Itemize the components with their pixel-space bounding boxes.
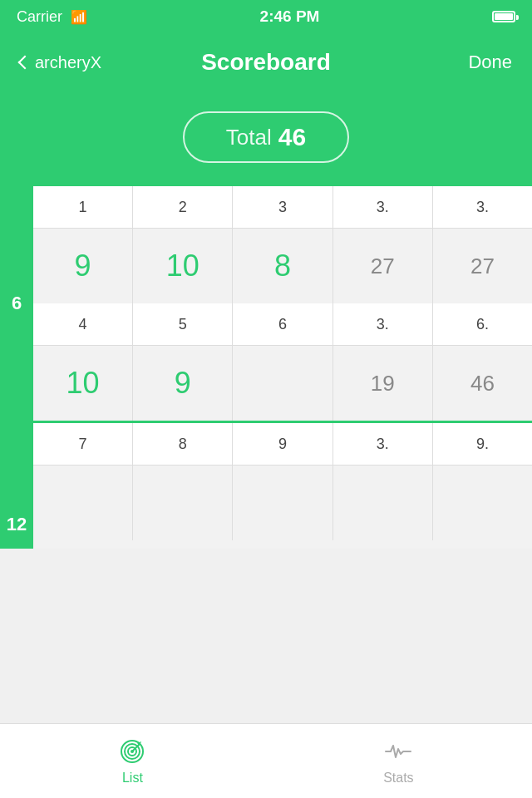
status-carrier: Carrier 📶 bbox=[17, 8, 87, 26]
col-header-3-end: 3. bbox=[333, 186, 433, 228]
tab-list-label: List bbox=[122, 771, 143, 786]
header-row-2: 4 5 6 3. 6. bbox=[33, 303, 532, 346]
col-header-5: 5 bbox=[133, 303, 233, 345]
score-row-1: 9 10 8 27 27 bbox=[33, 229, 532, 303]
score-cell-6[interactable] bbox=[233, 346, 332, 421]
col-header-9-total: 9. bbox=[433, 423, 532, 465]
status-bar: Carrier 📶 2:46 PM bbox=[0, 0, 532, 33]
score-cell-7[interactable] bbox=[33, 466, 133, 540]
tab-stats[interactable]: Stats bbox=[383, 737, 413, 786]
sum-cell-3-total: 27 bbox=[433, 229, 532, 303]
col-header-3-total: 3. bbox=[433, 186, 532, 228]
score-cell-8[interactable] bbox=[133, 466, 233, 540]
col-header-6: 6 bbox=[233, 303, 332, 345]
carrier-text: Carrier bbox=[17, 8, 62, 26]
sum-cell-9-total bbox=[433, 466, 532, 540]
score-row-3-empty bbox=[33, 466, 532, 549]
col-header-9-end: 3. bbox=[333, 423, 433, 465]
back-label: archeryX bbox=[35, 53, 101, 72]
col-header-7: 7 bbox=[33, 423, 133, 465]
end-label-6: 6 bbox=[0, 186, 33, 421]
stats-tab-icon bbox=[384, 737, 412, 766]
header-row-3: 7 8 9 3. 9. bbox=[33, 423, 532, 466]
col-header-6-end: 3. bbox=[333, 303, 433, 345]
end-section-12: 12 7 8 9 3. 9. bbox=[0, 423, 532, 549]
col-header-4: 4 bbox=[33, 303, 133, 345]
total-badge: Total 46 bbox=[183, 111, 349, 163]
end-section-6: 6 1 2 3 3. 3. 9 10 8 27 27 4 5 6 bbox=[0, 186, 532, 423]
tab-stats-label: Stats bbox=[383, 771, 413, 786]
header-row-1: 1 2 3 3. 3. bbox=[33, 186, 532, 229]
end-content-12: 7 8 9 3. 9. bbox=[33, 423, 532, 549]
sum-cell-6-total: 46 bbox=[433, 346, 532, 421]
col-header-6-total: 6. bbox=[433, 303, 532, 345]
navigation-header: archeryX Scoreboard Done bbox=[0, 33, 532, 91]
battery-icon bbox=[492, 11, 515, 22]
end-content-6: 1 2 3 3. 3. 9 10 8 27 27 4 5 6 3. 6. bbox=[33, 186, 532, 421]
col-header-1: 1 bbox=[33, 186, 133, 228]
score-cell-5[interactable]: 9 bbox=[133, 346, 233, 421]
sum-cell-6-end: 19 bbox=[333, 346, 433, 421]
sum-cell-3-end: 27 bbox=[333, 229, 433, 303]
total-label: Total bbox=[226, 125, 272, 150]
wifi-icon: 📶 bbox=[71, 9, 87, 25]
score-cell-4[interactable]: 10 bbox=[33, 346, 133, 421]
back-button[interactable]: archeryX bbox=[20, 53, 101, 72]
col-header-9: 9 bbox=[233, 423, 332, 465]
end-label-12: 12 bbox=[0, 423, 33, 549]
done-button[interactable]: Done bbox=[468, 52, 512, 73]
tab-list[interactable]: List bbox=[118, 737, 146, 786]
status-time: 2:46 PM bbox=[260, 7, 320, 26]
sum-cell-9-end bbox=[333, 466, 433, 540]
score-cell-1[interactable]: 9 bbox=[33, 229, 133, 303]
score-cell-9[interactable] bbox=[233, 466, 332, 540]
score-cell-2[interactable]: 10 bbox=[133, 229, 233, 303]
status-battery bbox=[492, 11, 515, 22]
back-chevron-icon bbox=[18, 56, 32, 70]
tab-bar: List Stats bbox=[0, 723, 532, 798]
col-header-3: 3 bbox=[233, 186, 332, 228]
total-section: Total 46 bbox=[0, 91, 532, 186]
score-cell-3[interactable]: 8 bbox=[233, 229, 332, 303]
score-row-2: 10 9 19 46 bbox=[33, 346, 532, 421]
list-tab-icon bbox=[118, 737, 146, 766]
scoreboard: 6 1 2 3 3. 3. 9 10 8 27 27 4 5 6 bbox=[0, 186, 532, 549]
page-title: Scoreboard bbox=[201, 49, 331, 76]
col-header-2: 2 bbox=[133, 186, 233, 228]
total-value: 46 bbox=[278, 123, 306, 151]
col-header-8: 8 bbox=[133, 423, 233, 465]
